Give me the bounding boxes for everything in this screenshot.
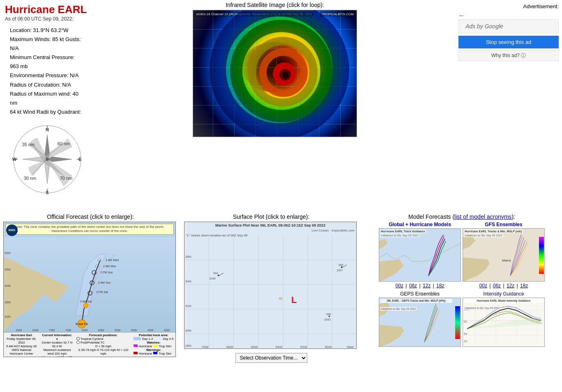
global-model-links: 00z | 06z | 12z | 18z [379,283,461,289]
gfs-model-label2: Initialized at 00z Sep 09 2022 [464,234,503,237]
svg-text:089: 089 [326,313,331,316]
forecast-section: Official Forecast (click to enlarge): No… [0,212,181,364]
gfs-model-18z[interactable]: 18z [520,283,528,289]
svg-text:40N: 40N [5,284,11,288]
svg-text:35N: 35N [5,300,11,304]
geps-model-image[interactable]: 06L EARL - GEPS Tracks and Min. MSLP (hP… [379,298,461,347]
svg-text:2 AM Mon: 2 AM Mon [103,265,116,268]
svg-text:70 nm: 70 nm [60,176,73,181]
intensity-image[interactable]: Hurricane EARL Model Intensity Guidance … [463,298,545,347]
model-forecasts-section: Model Forecasts (list of model acronyms)… [362,212,562,364]
forecast-track-svg: 5 AM Fri 2 AM Sat 2 PM Sat 2 AM Sun 2 PM… [4,238,175,332]
gfs-model-00z[interactable]: 00z [479,283,487,289]
svg-text:60 nm: 60 nm [58,141,70,146]
surface-plot-svg: 36N 34N 32N 30N 28N 70W 68W 66W 64W 62W … [184,235,357,349]
global-model-image[interactable]: Hurricane EARL Track Guidance Initialize… [379,228,461,282]
svg-text:55W: 55W [115,329,121,332]
svg-text:35 nm: 35 nm [22,142,35,147]
min-pressure-info: Minimum Central Pressure: 963 mb [10,53,85,71]
global-model-06z[interactable]: 06z [409,283,417,289]
hurricane-eye-svg [193,10,357,137]
forecast-map-image[interactable]: Note: The cone contains the probable pat… [3,222,176,357]
svg-text:50: 50 [464,332,467,335]
svg-text:30N: 30N [185,329,191,332]
trop-stm-watch: Trop Stm [159,344,171,348]
why-this-ad[interactable]: Why this ad? ⓘ [458,50,559,61]
gfs-model-06z[interactable]: 06z [493,283,501,289]
surface-plot-title[interactable]: Surface Plot (click to enlarge): [184,213,358,220]
svg-text:2 AM Sun: 2 AM Sun [98,281,111,284]
surface-plot-section: Surface Plot (click to enlarge): Marine … [181,212,362,364]
legend-post: Post/Potential TC [81,341,104,344]
intensity-label2: Initialized at 00z Sep 09 2022 [464,306,500,310]
gfs-model-links: 00z | 06z | 12z | 18z [463,283,545,289]
svg-text:L: L [291,295,297,305]
svg-text:W: W [12,157,17,162]
forecast-map-footer: Hurricane Earl Friday September 09, 2022… [4,332,175,357]
svg-text:66W: 66W [251,345,258,349]
global-model-label2: Initialized at 06z Sep 09 2022 [380,234,419,237]
svg-text:20: 20 [464,340,467,343]
back-arrow-icon[interactable]: ← [458,12,465,19]
svg-text:2 PM Sat: 2 PM Sat [96,291,108,293]
forecast-advisory: 5 AM AST Advisory 26 [5,344,38,348]
forecast-positions-label: Forecast positions: [76,333,130,337]
svg-text:064: 064 [213,272,218,275]
svg-text:80: 80 [464,320,467,323]
max-winds-info: Maximum Winds: 85 kt Gusts: N/A [10,35,85,53]
svg-text:40W: 40W [164,329,170,332]
svg-text:80W: 80W [32,329,39,332]
ad-back-row: ← [458,12,559,19]
model-forecasts-grid: Global + Hurricane Models Hurricane EARL… [365,222,559,289]
geps-model-title: GEPS Ensembles [379,291,461,297]
forecast-title[interactable]: Official Forecast (click to enlarge): [3,213,177,220]
global-model-18z[interactable]: 18z [436,283,444,289]
model-title-text: Model Forecasts ( [408,213,454,220]
geps-label2: Initialized at 06z Sep 09 2022 [380,307,417,311]
svg-text:70W: 70W [202,345,209,349]
global-model-label: Hurricane EARL Track Guidance [380,229,426,233]
forecast-center-loc: Center location 32.7 N 62.4 W [41,341,74,348]
intensity-svg: 110 80 50 20 [463,298,545,347]
svg-text:S: S [46,190,48,195]
intensity-label1: Hurricane EARL Model Intensity Guidance [464,299,544,303]
compass-svg: N S W E 60 nm 70 nm 30 nm 35 nm [10,122,84,196]
sp-credit-text: Levi Cowan - tropicalbits.com [312,229,355,232]
svg-point-33 [83,303,88,308]
gfs-ensemble-item: GFS Ensembles Hurricane EARL Tracks & Mi… [463,222,545,289]
svg-point-13 [46,158,49,161]
forecast-current-info: Current Information: x [41,333,74,341]
ad-title: Advertisement: [458,3,559,9]
forecast-movement: Movement NNE at 17 mph [41,355,74,357]
svg-text:45W: 45W [147,329,154,332]
model-acronyms-link[interactable]: list of model acronyms [454,213,511,220]
global-model-12z[interactable]: 12z [423,283,431,289]
global-model-00z[interactable]: 00z [396,283,403,289]
geps-ensemble-item: GEPS Ensembles 06L EARL - GEPS Tracks an… [379,291,461,347]
warnings-label: Warnings: [134,348,174,352]
satellite-image[interactable]: GOES-16 Channel 13 (IR) Brightness Tempe… [193,10,357,137]
gfs-model-12z[interactable]: 12z [507,283,514,289]
day4-5: Day 4-5 [163,337,173,341]
svg-text:28N: 28N [185,344,191,348]
svg-text:68W: 68W [226,345,233,349]
forecast-date: Friday September 09, 2022 [5,337,38,344]
stop-seeing-ad-button[interactable]: Stop seeing this ad [458,36,559,48]
page-title-section: Hurricane EARL As of 06:00 UTC Sep 09, 2… [5,3,90,22]
hurricane-watch: Hurricane [139,344,152,348]
geps-svg [379,298,461,347]
forecast-center: NWS National Hurricane Center [5,348,38,355]
svg-text:30N: 30N [5,315,11,319]
storm-info-block: Location: 31.9°N 63.2°W Maximum Winds: 8… [5,24,90,118]
surface-plot-image[interactable]: Marine Surface Plot Near 06L EARL 08:45Z… [184,222,357,349]
forecast-name: Hurricane Earl [5,333,38,337]
observation-time-select[interactable]: Select Observation Time...08:00Z09:00Z10… [235,353,307,363]
svg-text:50N: 50N [5,251,11,255]
radius-circulation-info: Radius of Circulation: N/A [10,80,85,89]
env-pressure-info: Environmental Pressure: N/A [10,71,85,80]
trop-stm-warn: Trop Stm [159,352,171,355]
svg-text:70W: 70W [65,329,71,332]
gfs-model-image[interactable]: Hurricane EARL Tracks & Min. MSLP (mb) I… [463,228,545,282]
forecast-map-note: Note: The cone contains the probable pat… [5,224,174,235]
satellite-caption[interactable]: Infrared Satellite Image (click for loop… [226,2,324,8]
